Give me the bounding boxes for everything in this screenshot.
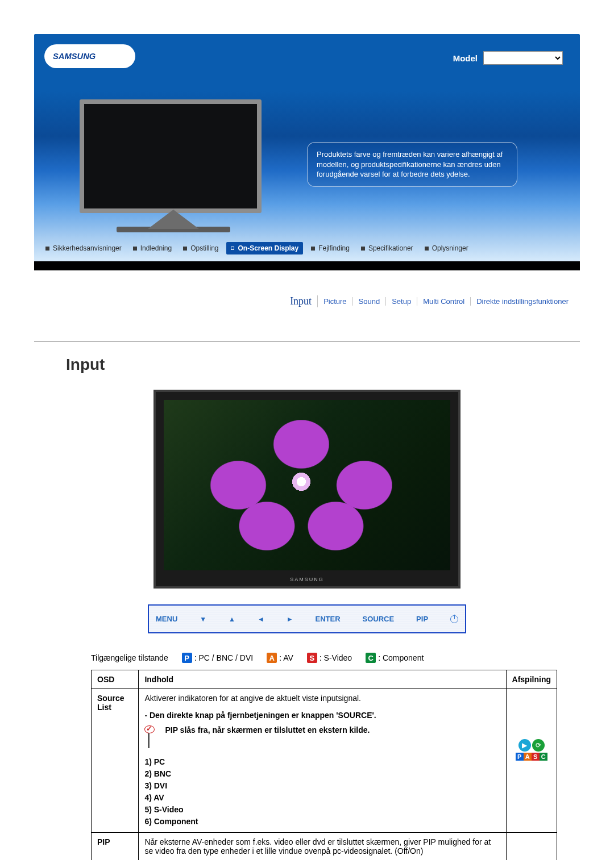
strip-s: S <box>532 753 540 761</box>
nav-osd[interactable]: On-Screen Display <box>226 242 303 254</box>
section-heading: Input <box>66 356 580 374</box>
th-osd: OSD <box>92 670 139 689</box>
tab-sound[interactable]: Sound <box>353 297 387 306</box>
tab-multi-control[interactable]: Multi Control <box>417 297 471 306</box>
osd-table: OSD Indhold Afspilning Source List Aktiv… <box>91 670 557 860</box>
strip-c: C <box>540 753 547 761</box>
nav-fejlfinding[interactable]: Fejlfinding <box>308 243 353 253</box>
tab-direkte[interactable]: Direkte indstillingsfunktioner <box>471 297 574 306</box>
tab-picture[interactable]: Picture <box>318 297 352 306</box>
banner-divider <box>34 261 580 270</box>
loop-icon-btn: ⟳ <box>532 739 545 752</box>
row1-osd: Source List <box>97 694 124 712</box>
samsung-logo: SAMSUNG <box>44 44 135 68</box>
badge-s-icon: S <box>307 653 317 663</box>
pip-button[interactable]: PIP <box>416 615 428 623</box>
tv-illustration: SAMSUNG <box>154 390 460 589</box>
section-divider <box>34 341 580 342</box>
left-button[interactable]: ◄ <box>258 615 264 623</box>
nav-opstilling[interactable]: Opstilling <box>180 243 222 253</box>
sub-tabs: Input Picture Sound Setup Multi Control … <box>34 295 580 307</box>
mode-legend: Tilgængelige tilstande P: PC / BNC / DVI… <box>34 653 580 663</box>
row1-pip-note: PIP slås fra, når skærmen er tilsluttet … <box>165 725 370 735</box>
table-row: PIP Når eksterne AV-enheder som f.eks. v… <box>92 833 557 861</box>
enter-button[interactable]: ENTER <box>316 615 341 623</box>
source-list: 1) PC 2) BNC 3) DVI 4) AV 5) S-Video 6) … <box>144 756 500 828</box>
legend-a: : AV <box>279 653 293 662</box>
model-label: Model <box>453 53 478 63</box>
nav-indledning[interactable]: Indledning <box>130 243 175 253</box>
row1-note: - Den direkte knap på fjernbetjeningen e… <box>144 711 500 720</box>
product-image <box>80 99 267 247</box>
th-indhold: Indhold <box>139 670 506 689</box>
up-button[interactable]: ▲ <box>229 615 235 623</box>
row2-desc: Når eksterne AV-enheder som f.eks. video… <box>144 837 500 856</box>
tv-brand-label: SAMSUNG <box>156 577 458 582</box>
nav-sikkerhed[interactable]: Sikkerhedsanvisninger <box>42 243 125 253</box>
legend-s: : S-Video <box>320 653 352 662</box>
nav-oplysninger[interactable]: Oplysninger <box>421 243 472 253</box>
badge-p-icon: P <box>182 653 192 663</box>
power-icon[interactable] <box>450 615 458 623</box>
model-select[interactable] <box>483 51 563 65</box>
tab-setup[interactable]: Setup <box>386 297 417 306</box>
flower-image <box>164 400 450 570</box>
badge-a-icon: A <box>267 653 277 663</box>
strip-a: A <box>524 753 532 761</box>
header-banner: SAMSUNG Model Produktets farve og fremtr… <box>34 34 580 261</box>
menu-button[interactable]: MENU <box>156 615 177 623</box>
flag-icon <box>144 725 159 748</box>
legend-intro: Tilgængelige tilstande <box>91 653 168 662</box>
row2-osd: PIP <box>97 837 110 846</box>
legend-c: : Component <box>378 653 424 662</box>
play-icon-btn: ▶ <box>518 739 531 752</box>
strip-p: P <box>516 753 524 761</box>
nav-specifikationer[interactable]: Specifikationer <box>358 243 417 253</box>
tab-input[interactable]: Input <box>284 295 318 307</box>
primary-nav: Sikkerhedsanvisninger Indledning Opstill… <box>34 242 580 254</box>
right-button[interactable]: ► <box>287 615 293 623</box>
remote-button-row: MENU ▼ ▲ ◄ ► ENTER SOURCE PIP <box>148 604 466 633</box>
legend-p: : PC / BNC / DVI <box>194 653 253 662</box>
source-button[interactable]: SOURCE <box>363 615 395 623</box>
th-afspilning: Afspilning <box>506 670 557 689</box>
down-button[interactable]: ▼ <box>200 615 206 623</box>
playback-icon[interactable]: ▶ ⟳ P A S C <box>512 739 551 761</box>
table-row: Source List Aktiverer indikatoren for at… <box>92 689 557 833</box>
disclaimer-text: Produktets farve og fremtræden kan varie… <box>307 142 517 187</box>
badge-c-icon: C <box>366 653 376 663</box>
svg-text:SAMSUNG: SAMSUNG <box>53 52 96 61</box>
row1-desc: Aktiverer indikatoren for at angive de a… <box>144 694 500 703</box>
